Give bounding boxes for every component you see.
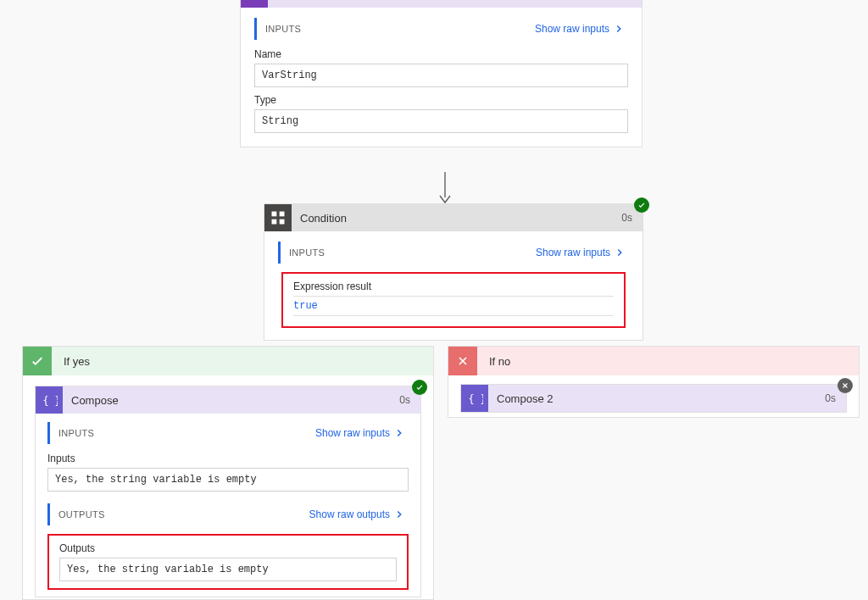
svg-rect-4 (272, 219, 277, 225)
svg-rect-5 (280, 219, 285, 225)
compose-show-raw-inputs-link[interactable]: Show raw inputs (315, 427, 405, 439)
if-no-branch: If no { } Compose 2 0s (448, 346, 860, 418)
compose-outputs-label: OUTPUTS (58, 509, 105, 519)
condition-time: 0s (611, 212, 643, 224)
compose-inputs-label: INPUTS (58, 428, 94, 438)
initialize-variable-body: INPUTS Show raw inputs Name VarString Ty… (241, 8, 642, 147)
compose2-header[interactable]: { } Compose 2 0s (461, 385, 846, 412)
if-yes-branch: If yes { } Compose 0s INPUTS (22, 346, 434, 600)
compose-outputs-value: Yes, the string variable is empty (59, 558, 397, 581)
condition-icon (264, 204, 292, 231)
compose-outputs-highlight: Outputs Yes, the string variable is empt… (47, 534, 409, 590)
condition-card[interactable]: Condition 0s INPUTS Show raw inputs Expr… (264, 203, 643, 341)
compose-header[interactable]: { } Compose 0s (36, 386, 420, 414)
condition-header[interactable]: Condition 0s (264, 204, 643, 231)
condition-title: Condition (292, 212, 611, 225)
cross-icon (448, 347, 477, 375)
compose2-title: Compose 2 (488, 392, 815, 405)
chevron-right-icon (614, 247, 626, 258)
compose-body: INPUTS Show raw inputs Inputs Yes, the s… (36, 414, 420, 597)
inputs-section-header: INPUTS Show raw inputs (254, 18, 628, 40)
compose-outputs-field-label: Outputs (59, 542, 397, 554)
condition-body: INPUTS Show raw inputs Expression result… (264, 231, 643, 340)
if-no-label: If no (477, 355, 510, 368)
chevron-right-icon (393, 427, 405, 439)
initialize-variable-title: Initialize variable (268, 0, 610, 1)
compose-time: 0s (389, 394, 420, 406)
initialize-variable-card[interactable]: {x} Initialize variable 0s INPUTS Show r… (240, 0, 643, 147)
condition-inputs-label: INPUTS (289, 247, 325, 258)
svg-text:{ }: { } (43, 394, 58, 406)
svg-rect-3 (280, 212, 285, 217)
chevron-right-icon (393, 508, 405, 520)
name-value: VarString (254, 64, 628, 87)
type-label: Type (254, 94, 628, 106)
compose-inputs-field-label: Inputs (47, 453, 409, 464)
svg-text:{ }: { } (469, 392, 484, 404)
arrow-down-icon (439, 172, 451, 204)
compose2-time: 0s (815, 392, 846, 404)
status-success-icon (634, 197, 649, 213)
if-no-header[interactable]: If no (448, 347, 859, 375)
compose-inputs-value: Yes, the string variable is empty (47, 468, 409, 492)
check-icon (23, 347, 52, 375)
if-yes-header[interactable]: If yes (23, 347, 433, 375)
name-label: Name (254, 48, 628, 60)
status-skipped-icon (837, 378, 853, 393)
condition-inputs-section: INPUTS Show raw inputs (278, 242, 629, 264)
compose-title: Compose (63, 394, 389, 407)
inputs-label: INPUTS (265, 24, 301, 34)
expression-result-value: true (293, 300, 614, 312)
chevron-right-icon (613, 23, 625, 35)
compose-inputs-section: INPUTS Show raw inputs (47, 422, 409, 444)
expression-result-highlight: Expression result true (281, 272, 626, 328)
initialize-variable-header[interactable]: {x} Initialize variable 0s (241, 0, 642, 8)
expression-result-label: Expression result (293, 281, 614, 292)
status-success-icon (412, 380, 427, 395)
compose-icon: { } (461, 385, 488, 412)
compose2-card[interactable]: { } Compose 2 0s (460, 384, 847, 413)
variable-icon: {x} (241, 0, 268, 8)
svg-rect-2 (272, 212, 277, 217)
condition-show-raw-link[interactable]: Show raw inputs (536, 247, 626, 258)
show-raw-inputs-link[interactable]: Show raw inputs (535, 23, 625, 35)
compose-card[interactable]: { } Compose 0s INPUTS Show raw inputs In… (35, 386, 421, 597)
compose-icon: { } (36, 386, 63, 414)
type-value: String (254, 109, 628, 133)
compose-show-raw-outputs-link[interactable]: Show raw outputs (309, 508, 405, 520)
if-yes-label: If yes (52, 355, 90, 368)
compose-outputs-section: OUTPUTS Show raw outputs (47, 503, 409, 525)
